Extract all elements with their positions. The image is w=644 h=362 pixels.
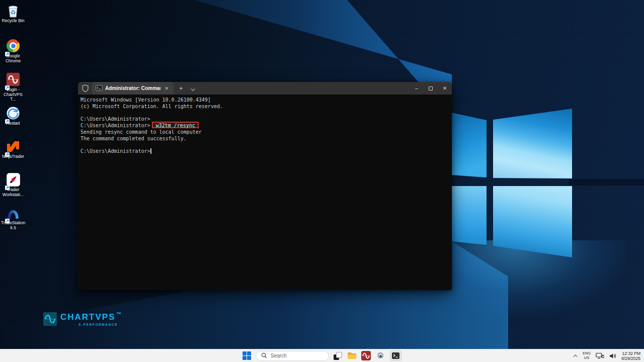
taskbar-app-windows[interactable] [334, 351, 343, 360]
desktop-icon-restart[interactable]: Restart [1, 106, 26, 126]
taskbar-settings[interactable]: ⚙ [375, 351, 385, 361]
terminal-line-prompt: C:\Users\Administrator> [80, 116, 452, 123]
windows-start-icon [243, 351, 251, 360]
speaker-icon [609, 353, 616, 359]
desktop-icon-label: Trader Workstati... [1, 188, 26, 197]
desktop-icon-label: Login - ChartVPS T... [1, 87, 26, 102]
tray-date: 8/29/2025 [621, 356, 640, 361]
language-line2: US [584, 356, 589, 360]
tab-title: Administrator: Command Pro [105, 85, 160, 91]
wallpaper-horizon-line [569, 179, 644, 186]
shortcut-arrow-badge [5, 49, 10, 54]
desktop-icon-label: Recycle Bin [2, 19, 25, 24]
shortcut-arrow-badge [5, 216, 10, 221]
desktop-icon-login-chartvps[interactable]: Login - ChartVPS T... [1, 72, 26, 102]
admin-shield-icon [78, 82, 89, 95]
terminal-titlebar[interactable]: Administrator: Command Pro ✕ + – ✕ [78, 82, 452, 95]
windows-logo-pane-bottom-right [493, 186, 572, 259]
terminal-line-blank [80, 142, 452, 149]
prompt-text: C:\Users\Administrator> [80, 148, 150, 154]
trademark-symbol: TM [117, 312, 121, 315]
desktop-icon-google-chrome[interactable]: Google Chrome [1, 38, 26, 63]
taskbar-file-explorer[interactable] [347, 352, 357, 359]
shortcut-arrow-badge [5, 150, 10, 154]
prompt-text: C:\Users\Administrator> [80, 123, 150, 128]
terminal-line-output2: The command completed successfully. [80, 136, 452, 142]
tab-close-icon[interactable]: ✕ [163, 85, 170, 92]
taskbar: Search ⚙ [0, 349, 644, 362]
text-cursor [150, 148, 151, 154]
maximize-icon [429, 86, 433, 90]
terminal-line-command: C:\Users\Administrator>w32tm /resync [80, 123, 452, 129]
minimize-button[interactable]: – [410, 82, 424, 95]
chartvps-branding: CHARTVPS TM X-PERFORMANCE [43, 312, 121, 328]
network-tray-button[interactable] [596, 352, 604, 359]
windows-logo-pane-bottom-left [451, 186, 487, 247]
desktop-icon-label: TradeStation 9.5 [1, 221, 26, 230]
terminal-line-version: Microsoft Windows [Version 10.0.26100.43… [80, 97, 452, 104]
terminal-output-area[interactable]: Microsoft Windows [Version 10.0.26100.43… [78, 95, 452, 290]
recycle-bin-icon: ♻ [6, 3, 21, 18]
chartvps-red-icon [361, 351, 371, 360]
terminal-line-output1: Sending resync command to local computer [80, 129, 452, 136]
desktop-icon-recycle-bin[interactable]: ♻ Recycle Bin [1, 3, 26, 24]
shortcut-arrow-badge [5, 117, 10, 121]
clock[interactable]: 12:32 PM 8/29/2025 [621, 351, 640, 361]
windows-logo-pane-top-left [451, 112, 487, 178]
terminal-line-blank [80, 110, 452, 117]
desktop-icon-trader-workstation[interactable]: Trader Workstati... [1, 172, 26, 197]
tray-time: 12:32 PM [622, 351, 640, 356]
maximize-button[interactable] [424, 82, 438, 95]
chartvps-login-icon [6, 72, 21, 87]
folder-icon [347, 352, 357, 359]
desktop-icon-tradestation[interactable]: TradeStation 9.5 [1, 205, 26, 230]
network-icon [596, 352, 604, 359]
ninjatrader-icon [6, 139, 21, 154]
tab-dropdown-button[interactable] [187, 82, 198, 95]
highlighted-command: w32tm /resync [152, 122, 198, 128]
taskbar-search-box[interactable]: Search [256, 351, 329, 361]
wallpaper-floor-glow [425, 240, 626, 316]
windows-logo-pane-top-right [493, 109, 572, 179]
search-icon [261, 351, 267, 360]
chartvps-wordmark: CHARTVPS [60, 312, 116, 322]
terminal-line-copyright: (c) Microsoft Corporation. All rights re… [80, 104, 452, 110]
svg-text:♻: ♻ [11, 9, 16, 16]
chartvps-tagline: X-PERFORMANCE [60, 323, 121, 326]
shortcut-arrow-badge [5, 83, 10, 87]
taskbar-chartvps-app[interactable] [361, 351, 371, 360]
volume-tray-button[interactable] [609, 353, 616, 359]
taskbar-terminal-active[interactable] [390, 350, 401, 361]
cmd-icon [96, 84, 103, 93]
desktop-icon-ninjatrader[interactable]: NinjaTrader [1, 139, 26, 159]
chevron-down-icon [191, 86, 195, 90]
language-indicator[interactable]: ENG US [583, 351, 591, 360]
close-button[interactable]: ✕ [438, 82, 452, 95]
terminal-icon [392, 352, 399, 359]
windows-desktop: ♻ Recycle Bin Google Chrome Login - Char… [0, 0, 644, 362]
tray-hidden-icons-button[interactable] [575, 354, 578, 357]
chartvps-logo-icon [43, 312, 57, 328]
terminal-tab[interactable]: Administrator: Command Pro ✕ [92, 82, 174, 95]
start-button[interactable] [243, 351, 251, 360]
chevron-up-icon [573, 354, 577, 358]
terminal-line-active-prompt: C:\Users\Administrator> [80, 148, 452, 155]
terminal-window: Administrator: Command Pro ✕ + – ✕ Micro… [78, 82, 452, 290]
new-tab-button[interactable]: + [176, 84, 187, 93]
desktop-icon-label: Google Chrome [1, 54, 26, 63]
search-placeholder-text: Search [271, 353, 287, 358]
tradestation-icon [6, 205, 21, 220]
chrome-icon [6, 38, 21, 53]
trader-workstation-icon [6, 172, 21, 187]
shortcut-arrow-badge [5, 183, 10, 188]
restart-icon [6, 106, 21, 121]
